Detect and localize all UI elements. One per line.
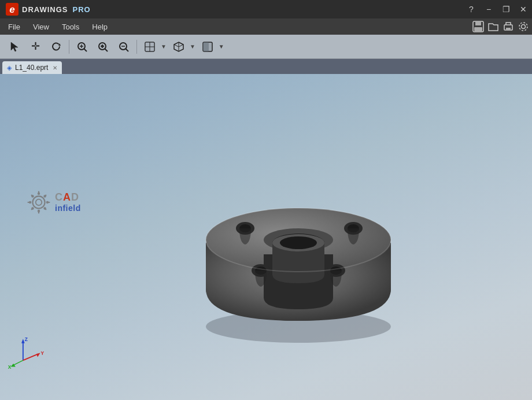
standard-views-icon: [143, 40, 156, 53]
close-button[interactable]: ✕: [515, 0, 532, 18]
tab-label: L1_40.eprt: [15, 64, 48, 72]
menu-view[interactable]: View: [27, 20, 55, 34]
svg-point-40: [38, 210, 40, 212]
menu-tools[interactable]: Tools: [56, 20, 85, 34]
watermark: CAD infield: [26, 190, 81, 215]
standard-views-button[interactable]: [140, 37, 160, 57]
zoom-out-button[interactable]: [114, 37, 134, 57]
svg-line-21: [126, 49, 129, 51]
zoom-in-button[interactable]: [93, 37, 113, 57]
svg-point-41: [29, 201, 31, 203]
svg-point-42: [46, 201, 49, 203]
display-style-arrow[interactable]: ▼: [217, 43, 226, 50]
svg-rect-28: [203, 42, 209, 51]
3d-model: [177, 127, 408, 347]
svg-text:✛: ✛: [31, 41, 40, 52]
toolbar-separator-2: [136, 40, 137, 54]
standard-views-arrow[interactable]: ▼: [160, 43, 168, 50]
minimize-button[interactable]: −: [480, 0, 497, 18]
z-axis-label: Z: [25, 336, 28, 342]
svg-point-8: [519, 23, 527, 31]
titlebar-left: e DRAWINGS PRO: [0, 2, 91, 17]
view-orientation-icon: [172, 40, 185, 53]
display-style-group: ▼: [198, 37, 226, 57]
cad-a: A: [63, 191, 71, 203]
toolbar-menu-settings[interactable]: [517, 20, 530, 33]
svg-point-44: [43, 207, 46, 209]
pan-tool-button[interactable]: ✛: [25, 37, 45, 57]
svg-text:e: e: [9, 4, 14, 15]
zoom-fit-button[interactable]: [72, 37, 92, 57]
app-logo-icon: e: [5, 2, 20, 17]
tabbar: ◈ L1_40.eprt ✕: [0, 59, 532, 74]
pan-icon: ✛: [29, 41, 41, 53]
zoom-in-icon: [97, 41, 109, 53]
app-logo: e DRAWINGS PRO: [5, 2, 91, 17]
x-axis-label: X: [8, 364, 12, 370]
view-orientation-arrow[interactable]: ▼: [189, 43, 197, 50]
svg-rect-3: [475, 21, 481, 25]
rotate-tool-button[interactable]: [46, 37, 66, 57]
app-name-pro: PRO: [73, 5, 91, 14]
watermark-infield-text: infield: [55, 203, 81, 213]
app-name-drawings: DRAWINGS: [22, 5, 68, 14]
flange-model-svg: [177, 127, 408, 347]
watermark-cad-text: CAD: [55, 192, 81, 203]
watermark-text-group: CAD infield: [55, 192, 81, 213]
model-tab[interactable]: ◈ L1_40.eprt ✕: [2, 61, 62, 74]
standard-views-group: ▼: [140, 37, 168, 57]
view-orientation-button[interactable]: [169, 37, 189, 57]
toolbar-menu-save[interactable]: [472, 20, 485, 33]
cursor-icon: [9, 41, 20, 53]
svg-point-30: [36, 199, 42, 206]
toolbar: ✛: [0, 35, 532, 59]
menubar: File View Tools Help: [0, 18, 532, 35]
center-hole-inner: [280, 236, 317, 249]
svg-rect-4: [474, 27, 482, 31]
svg-line-12: [84, 49, 87, 51]
toolbar-separator-1: [69, 40, 69, 54]
axis-indicator: Z Y X: [7, 334, 45, 371]
tab-icon: ◈: [7, 64, 12, 72]
svg-point-7: [522, 25, 526, 29]
menu-file[interactable]: File: [2, 20, 26, 34]
titlebar: e DRAWINGS PRO ? − ❐ ✕: [0, 0, 532, 18]
viewport[interactable]: CAD infield Z Y X: [0, 74, 532, 400]
toolbar-menu-print[interactable]: [502, 20, 515, 33]
cad-d: D: [71, 191, 79, 203]
display-style-icon: [201, 40, 214, 53]
cad-c: C: [55, 191, 63, 203]
svg-line-16: [105, 49, 108, 51]
svg-point-29: [32, 196, 45, 208]
menu-help[interactable]: Help: [86, 20, 113, 34]
display-style-button[interactable]: [198, 37, 217, 57]
view-orientation-group: ▼: [169, 37, 197, 57]
restore-button[interactable]: ❐: [497, 0, 515, 18]
titlebar-controls: ? − ❐ ✕: [463, 0, 532, 18]
y-axis-label: Y: [41, 350, 45, 356]
svg-point-45: [43, 195, 46, 197]
svg-point-43: [31, 195, 34, 197]
svg-point-39: [38, 192, 40, 195]
svg-line-49: [23, 354, 38, 360]
zoom-fit-icon: [76, 41, 88, 53]
toolbar-menu-open[interactable]: [487, 20, 500, 33]
svg-rect-6: [506, 28, 511, 30]
help-button[interactable]: ?: [463, 0, 480, 18]
watermark-gear-icon: [26, 190, 51, 215]
select-tool-button[interactable]: [5, 37, 24, 57]
tab-close-button[interactable]: ✕: [53, 65, 57, 71]
svg-point-46: [31, 207, 34, 209]
svg-marker-50: [36, 353, 40, 357]
rotate-icon: [50, 41, 62, 53]
zoom-out-icon: [118, 41, 130, 53]
